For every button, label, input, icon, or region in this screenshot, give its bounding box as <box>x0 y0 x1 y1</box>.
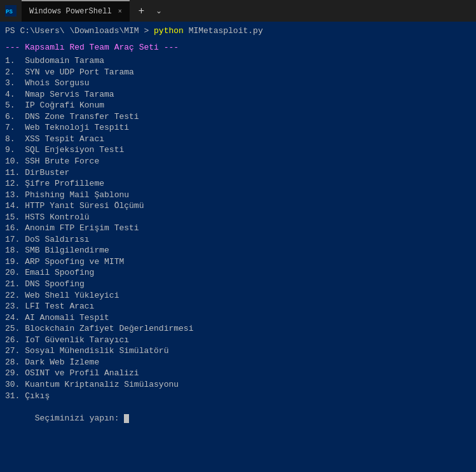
svg-text:PS: PS <box>6 9 13 15</box>
menu-item: 7. Web Teknoloji Tespiti <box>5 122 471 134</box>
menu-item: 8. XSS Tespit Aracı <box>5 134 471 145</box>
menu-item: 27. Sosyal Mühendislik Simülatörü <box>5 345 471 357</box>
cursor <box>124 414 129 423</box>
new-tab-button[interactable]: + <box>135 6 148 16</box>
menu-item: 5. IP Coğrafi Konum <box>5 100 471 111</box>
menu-item: 4. Nmap Servis Tarama <box>5 89 471 101</box>
powershell-icon: PS <box>5 5 17 17</box>
python-command: python <box>154 26 184 36</box>
menu-list: 1. Subdomain Tarama2. SYN ve UDP Port Ta… <box>5 55 471 401</box>
menu-item: 15. HSTS Kontrolü <box>5 212 471 223</box>
menu-item: 14. HTTP Yanıt Süresi Ölçümü <box>5 200 471 212</box>
menu-item: 31. Çıkış <box>5 391 471 402</box>
active-tab[interactable]: Windows PowerShell × <box>22 0 130 22</box>
menu-item: 30. Kuantum Kriptanaliz Simülasyonu <box>5 379 471 391</box>
menu-item: 19. ARP Spoofing ve MITM <box>5 256 471 268</box>
menu-item: 21. DNS Spoofing <box>5 279 471 290</box>
menu-item: 9. SQL Enjeksiyon Testi <box>5 144 471 156</box>
input-prompt-line: Seçiminizi yapın: <box>5 401 471 435</box>
powershell-window: PS Windows PowerShell × + ⌄ PS C:\Users\… <box>0 0 476 472</box>
menu-item: 29. OSINT ve Profil Analizi <box>5 368 471 379</box>
menu-item: 17. DoS Saldırısı <box>5 234 471 246</box>
menu-item: 23. LFI Test Aracı <box>5 301 471 312</box>
menu-item: 12. Şifre Profilleme <box>5 178 471 190</box>
titlebar-left: PS Windows PowerShell × + ⌄ <box>5 0 165 22</box>
tab-dropdown-button[interactable]: ⌄ <box>153 6 165 15</box>
menu-item: 16. Anonim FTP Erişim Testi <box>5 223 471 234</box>
menu-item: 13. Phishing Mail Şablonu <box>5 190 471 201</box>
tab-close-button[interactable]: × <box>118 8 122 15</box>
separator-text: --- Kapsamlı Red Team Araç Seti --- <box>5 43 179 52</box>
menu-item: 22. Web Shell Yükleyici <box>5 290 471 302</box>
titlebar: PS Windows PowerShell × + ⌄ <box>0 0 476 22</box>
menu-item: 25. Blockchain Zafiyet Değerlendirmesi <box>5 323 471 335</box>
menu-item: 28. Dark Web İzleme <box>5 357 471 368</box>
menu-item: 6. DNS Zone Transfer Testi <box>5 111 471 123</box>
menu-item: 18. SMB Bilgilendirme <box>5 245 471 256</box>
menu-item: 26. IoT Güvenlik Tarayıcı <box>5 335 471 346</box>
prompt-path: PS C:\Users\ \Downloads\MIM > <box>5 26 154 36</box>
menu-item: 20. Email Spoofing <box>5 267 471 279</box>
separator-line: --- Kapsamlı Red Team Araç Seti --- <box>5 42 471 53</box>
menu-item: 2. SYN ve UDP Port Tarama <box>5 67 471 78</box>
menu-item: 24. AI Anomali Tespit <box>5 312 471 324</box>
menu-item: 3. Whois Sorgusu <box>5 78 471 89</box>
command-args: MIMetasploit.py <box>184 26 263 36</box>
menu-item: 11. DirBuster <box>5 167 471 179</box>
menu-item: 1. Subdomain Tarama <box>5 55 471 67</box>
tab-label: Windows PowerShell <box>29 7 112 16</box>
menu-item: 10. SSH Brute Force <box>5 156 471 167</box>
input-prompt-text: Seçiminizi yapın: <box>35 413 124 423</box>
terminal-output: PS C:\Users\ \Downloads\MIM > python MIM… <box>0 22 476 472</box>
command-prompt-line: PS C:\Users\ \Downloads\MIM > python MIM… <box>5 25 471 37</box>
